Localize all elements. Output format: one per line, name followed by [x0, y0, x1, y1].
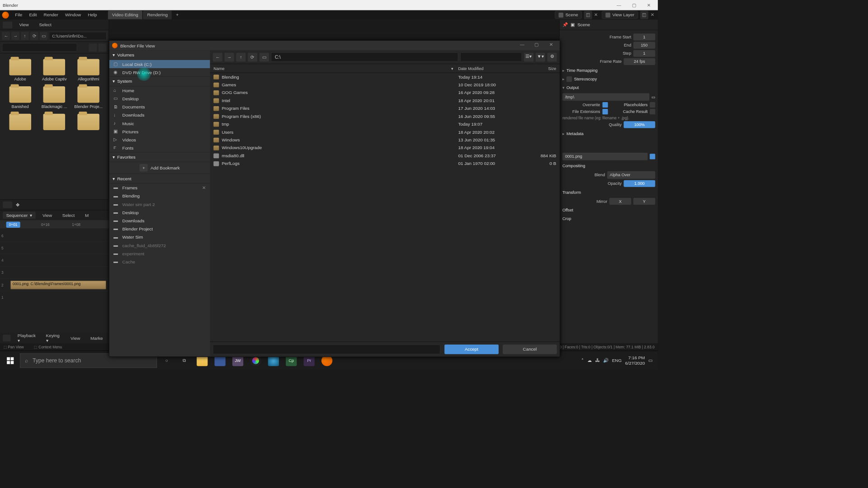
- start-button[interactable]: [2, 353, 19, 368]
- workspace-tab-video-editing[interactable]: Video Editing: [108, 10, 142, 19]
- display-sort-button[interactable]: [99, 43, 107, 52]
- file-row[interactable]: Program Files (x86)16 Jun 2020 09:55: [210, 113, 560, 120]
- tray-onedrive-icon[interactable]: ☁: [587, 358, 592, 363]
- sidebar-item-desktop[interactable]: ▭Desktop: [109, 94, 210, 103]
- viewlayer-new-button[interactable]: ◫: [640, 11, 648, 19]
- file-row[interactable]: Intel18 Apr 2020 20:01: [210, 97, 560, 104]
- folder-item[interactable]: [72, 113, 104, 133]
- file-row[interactable]: BlendingToday 19:14: [210, 73, 560, 80]
- frame-rate-dropdown[interactable]: 24 fps: [624, 58, 656, 65]
- crop-section[interactable]: Crop: [562, 215, 655, 223]
- sidebar-item-pictures[interactable]: ▣Pictures: [109, 127, 210, 136]
- file-ext-checkbox[interactable]: [602, 109, 608, 114]
- recent-section-header[interactable]: ▾Recent: [109, 174, 210, 183]
- menu-file[interactable]: File: [12, 11, 26, 19]
- filebrowser-search-input[interactable]: [2, 43, 77, 52]
- workspace-tab-rendering[interactable]: Rendering: [143, 10, 172, 19]
- file-row[interactable]: Windows10Upgrade18 Apr 2020 19:04: [210, 144, 560, 151]
- viewlayer-close-button[interactable]: ✕: [651, 12, 656, 18]
- file-row[interactable]: Games10 Dec 2019 18:00: [210, 81, 560, 89]
- output-path-field[interactable]: /tmp\: [562, 93, 650, 101]
- window-close[interactable]: ✕: [643, 1, 655, 9]
- strip-toggle[interactable]: [650, 154, 655, 159]
- taskbar-clock[interactable]: 7:16 PM 6/27/2020: [625, 355, 645, 366]
- tray-chevron-icon[interactable]: ˄: [581, 358, 584, 363]
- remove-recent-icon[interactable]: ✕: [202, 185, 206, 190]
- nav-forward-button[interactable]: →: [11, 32, 19, 40]
- folder-item[interactable]: Adobe: [4, 57, 36, 83]
- strip-compositing-section[interactable]: Compositing: [562, 162, 655, 170]
- cancel-button[interactable]: Cancel: [503, 344, 557, 354]
- folder-item[interactable]: [38, 113, 71, 133]
- favorites-section-header[interactable]: ▾Favorites: [109, 152, 210, 162]
- sequencer-menu-select[interactable]: Select: [59, 211, 78, 219]
- browse-folder-icon[interactable]: ▭: [651, 94, 655, 99]
- filebrowser-menu-select[interactable]: Select: [36, 21, 55, 28]
- sidebar-item-water-sim-part-2[interactable]: ▬Water sim part 2: [109, 200, 210, 208]
- display-mode-button[interactable]: [89, 43, 97, 52]
- file-row[interactable]: tmpToday 19:07: [210, 120, 560, 128]
- volumes-section-header[interactable]: ▾Volumes: [109, 50, 210, 60]
- frame-step-field[interactable]: 1: [633, 50, 656, 57]
- timeline-editor-dropdown[interactable]: [3, 335, 11, 342]
- fb-filename-input[interactable]: [213, 344, 440, 354]
- dialog-maximize[interactable]: ▢: [531, 42, 542, 49]
- nav-refresh-button[interactable]: ⟳: [30, 32, 38, 40]
- window-minimize[interactable]: —: [613, 1, 625, 9]
- workspace-add-button[interactable]: +: [173, 10, 182, 19]
- sidebar-item-music[interactable]: ♪Music: [109, 119, 210, 127]
- fb-search-input[interactable]: [460, 52, 522, 61]
- file-row[interactable]: msdia80.dll01 Dec 2006 23:37884 KiB: [210, 152, 560, 160]
- frame-end-field[interactable]: 150: [633, 42, 656, 48]
- file-row[interactable]: Windows13 Jun 2020 01:35: [210, 136, 560, 144]
- dialog-close[interactable]: ✕: [545, 42, 557, 49]
- output-section[interactable]: ▾Output: [562, 84, 655, 92]
- menu-window[interactable]: Window: [61, 11, 84, 19]
- folder-item[interactable]: Blender Proje...: [72, 85, 104, 110]
- sidebar-item-downloads[interactable]: ↓Downloads: [109, 111, 210, 119]
- menu-render[interactable]: Render: [40, 11, 61, 19]
- file-row[interactable]: PerfLogs01 Jan 1970 02:000 B: [210, 160, 560, 167]
- sequencer-strip[interactable]: 0001.png: C:\Blending\Frames\0001.png: [10, 281, 106, 290]
- sidebar-item-desktop[interactable]: ▬Desktop: [109, 208, 210, 216]
- pin-icon[interactable]: 📌: [562, 22, 568, 27]
- folder-item[interactable]: Allegorithmi: [72, 57, 104, 83]
- dialog-minimize[interactable]: —: [516, 42, 528, 49]
- sidebar-item-experiment[interactable]: ▬experiment: [109, 249, 210, 258]
- sidebar-item-videos[interactable]: ▷Videos: [109, 136, 210, 144]
- sequencer-tracks[interactable]: 6 5 4 3 2 1 0001.png: C:\Blending\Frames…: [0, 229, 109, 333]
- move-tool-icon[interactable]: ✥: [16, 202, 19, 207]
- accept-button[interactable]: Accept: [444, 344, 499, 354]
- column-size[interactable]: Size: [527, 66, 556, 71]
- folder-item[interactable]: [4, 113, 36, 133]
- keying-menu[interactable]: Keying ▾: [42, 332, 64, 345]
- fb-nav-up[interactable]: ↑: [236, 52, 245, 61]
- stereoscopy-checkbox[interactable]: [566, 76, 572, 82]
- sidebar-item-fonts[interactable]: FFonts: [109, 144, 210, 152]
- filebrowser-path-input[interactable]: [49, 32, 106, 40]
- menu-edit[interactable]: Edit: [26, 11, 40, 19]
- time-remapping-section[interactable]: ▸Time Remapping: [562, 66, 655, 75]
- notifications-icon[interactable]: ▭: [648, 358, 652, 363]
- frame-start-field[interactable]: 1: [633, 33, 656, 40]
- fb-nav-forward[interactable]: →: [224, 52, 234, 61]
- sidebar-item-dvd-rw-drive-d-[interactable]: ◉DVD RW Drive (D:): [109, 68, 210, 76]
- nav-up-button[interactable]: ↑: [21, 32, 29, 40]
- playback-menu[interactable]: Playback ▾: [14, 332, 39, 345]
- timeline-view-menu[interactable]: View: [67, 334, 84, 342]
- metadata-section[interactable]: ▸Metadata: [562, 130, 655, 138]
- folder-item[interactable]: Blackmagic ...: [38, 85, 71, 110]
- fb-nav-newfolder[interactable]: ▭: [259, 52, 269, 61]
- fb-display-mode[interactable]: ☰▾: [524, 52, 533, 61]
- offset-section[interactable]: Offset: [562, 206, 655, 214]
- tray-language[interactable]: ENG: [612, 358, 622, 363]
- quality-slider[interactable]: 100%: [624, 121, 656, 128]
- window-maximize[interactable]: ▢: [628, 1, 640, 9]
- marker-menu[interactable]: Marke: [87, 334, 106, 342]
- file-row[interactable]: GOG Games16 Apr 2020 09:28: [210, 89, 560, 96]
- timeline-ruler[interactable]: 0+01 0+16 1+08: [0, 220, 109, 229]
- sequencer-menu-view[interactable]: View: [39, 211, 55, 219]
- folder-item[interactable]: Banished: [4, 85, 36, 110]
- scene-new-button[interactable]: ◫: [584, 11, 592, 19]
- sequencer-mode-dropdown[interactable]: Sequencer▾: [3, 211, 36, 219]
